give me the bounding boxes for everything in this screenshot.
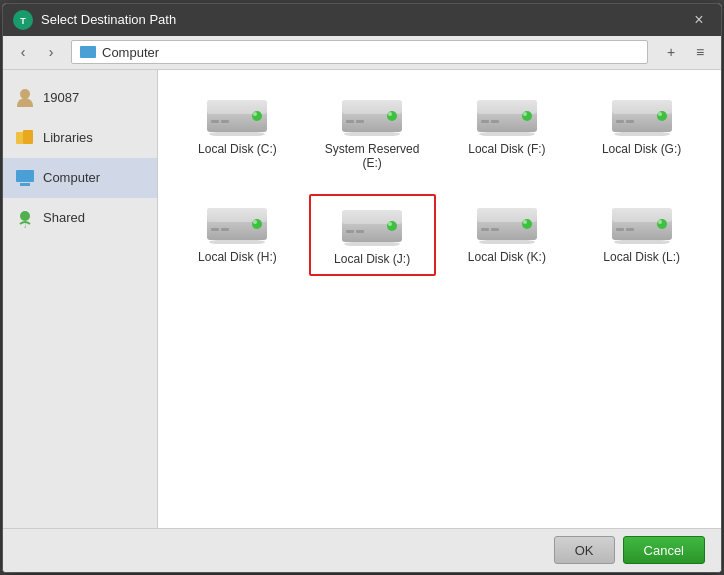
libraries-icon	[15, 128, 35, 148]
sidebar-item-libraries-label: Libraries	[43, 130, 93, 145]
disk-item-j[interactable]: Local Disk (J:)	[309, 194, 436, 276]
svg-point-29	[658, 112, 662, 116]
disk-item-c[interactable]: Local Disk (C:)	[174, 86, 301, 178]
forward-button[interactable]: ›	[39, 40, 63, 64]
svg-rect-23	[481, 120, 489, 123]
svg-point-7	[252, 111, 262, 121]
nav-bar: ‹ › Computer + ≡	[3, 36, 721, 70]
sidebar-item-computer[interactable]: Computer	[3, 158, 157, 198]
svg-point-8	[253, 112, 257, 116]
disk-item-l[interactable]: Local Disk (L:)	[578, 194, 705, 276]
svg-rect-38	[221, 228, 229, 231]
disk-label-e: System Reserved (E:)	[317, 142, 428, 170]
computer-nav-icon	[80, 46, 96, 58]
location-bar: Computer	[71, 40, 648, 64]
back-button[interactable]: ‹	[11, 40, 35, 64]
svg-rect-17	[356, 120, 364, 123]
svg-rect-16	[346, 120, 354, 123]
disk-icon-j	[340, 204, 404, 246]
svg-point-43	[388, 222, 392, 226]
svg-rect-52	[491, 228, 499, 231]
svg-rect-10	[221, 120, 229, 123]
disk-label-g: Local Disk (G:)	[602, 142, 681, 156]
svg-point-36	[253, 220, 257, 224]
svg-rect-9	[211, 120, 219, 123]
disk-item-k[interactable]: Local Disk (K:)	[444, 194, 571, 276]
svg-rect-51	[481, 228, 489, 231]
svg-point-35	[252, 219, 262, 229]
disk-icon-h	[205, 202, 269, 244]
svg-point-28	[657, 111, 667, 121]
disk-icon-c	[205, 94, 269, 136]
ok-button[interactable]: OK	[554, 536, 615, 564]
close-button[interactable]: ×	[687, 8, 711, 32]
footer: OK Cancel	[3, 528, 721, 572]
svg-point-50	[523, 220, 527, 224]
disk-label-k: Local Disk (K:)	[468, 250, 546, 264]
dialog-title: Select Destination Path	[41, 12, 687, 27]
location-text: Computer	[102, 45, 159, 60]
svg-point-2	[20, 211, 30, 221]
sidebar-item-user-label: 19087	[43, 90, 79, 105]
disk-label-c: Local Disk (C:)	[198, 142, 277, 156]
svg-point-14	[387, 111, 397, 121]
svg-point-21	[522, 111, 532, 121]
svg-rect-45	[356, 230, 364, 233]
sidebar-item-computer-label: Computer	[43, 170, 100, 185]
sidebar: 19087 Libraries Computer ↓	[3, 70, 158, 528]
svg-point-22	[523, 112, 527, 116]
disk-item-g[interactable]: Local Disk (G:)	[578, 86, 705, 178]
svg-rect-30	[616, 120, 624, 123]
title-bar: T Select Destination Path ×	[3, 4, 721, 36]
svg-point-49	[522, 219, 532, 229]
computer-icon	[15, 168, 35, 188]
sidebar-item-shared-label: Shared	[43, 210, 85, 225]
disk-icon-e	[340, 94, 404, 136]
disk-item-f[interactable]: Local Disk (F:)	[444, 86, 571, 178]
disk-label-h: Local Disk (H:)	[198, 250, 277, 264]
svg-point-42	[387, 221, 397, 231]
app-icon: T	[13, 10, 33, 30]
sidebar-item-user[interactable]: 19087	[3, 78, 157, 118]
shared-icon: ↓	[15, 208, 35, 228]
disk-grid: Local Disk (C:)	[174, 86, 705, 276]
disk-label-j: Local Disk (J:)	[334, 252, 410, 266]
svg-rect-37	[211, 228, 219, 231]
cancel-button[interactable]: Cancel	[623, 536, 705, 564]
user-icon	[15, 88, 35, 108]
disk-icon-l	[610, 202, 674, 244]
view-button[interactable]: ≡	[687, 40, 713, 64]
svg-rect-44	[346, 230, 354, 233]
main-area: 19087 Libraries Computer ↓	[3, 70, 721, 528]
disk-icon-k	[475, 202, 539, 244]
svg-rect-59	[626, 228, 634, 231]
sidebar-item-libraries[interactable]: Libraries	[3, 118, 157, 158]
svg-text:↓: ↓	[23, 221, 27, 228]
disk-label-f: Local Disk (F:)	[468, 142, 545, 156]
svg-rect-24	[491, 120, 499, 123]
nav-actions: + ≡	[658, 40, 713, 64]
content-area: Local Disk (C:)	[158, 70, 721, 528]
disk-icon-g	[610, 94, 674, 136]
svg-point-15	[388, 112, 392, 116]
disk-label-l: Local Disk (L:)	[603, 250, 680, 264]
disk-item-h[interactable]: Local Disk (H:)	[174, 194, 301, 276]
add-button[interactable]: +	[658, 40, 684, 64]
sidebar-item-shared[interactable]: ↓ Shared	[3, 198, 157, 238]
svg-point-57	[658, 220, 662, 224]
select-destination-dialog: T Select Destination Path × ‹ › Computer…	[2, 3, 722, 573]
svg-text:T: T	[20, 16, 26, 26]
disk-item-e[interactable]: System Reserved (E:)	[309, 86, 436, 178]
svg-point-56	[657, 219, 667, 229]
disk-icon-f	[475, 94, 539, 136]
svg-rect-58	[616, 228, 624, 231]
svg-rect-31	[626, 120, 634, 123]
